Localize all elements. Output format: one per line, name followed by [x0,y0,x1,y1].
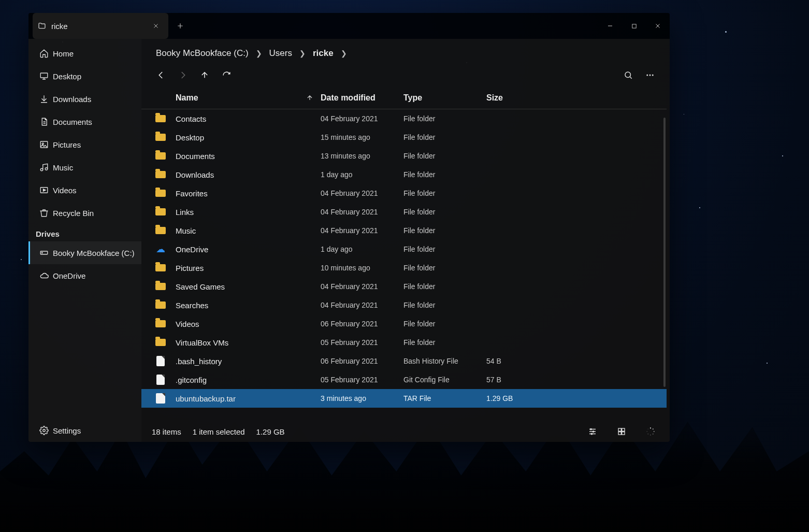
file-name: OneDrive [176,245,321,254]
view-options-button[interactable] [584,424,601,439]
folder-icon [155,225,166,236]
svg-point-14 [590,428,591,429]
sort-ascending-icon [306,94,313,102]
svg-rect-1 [40,73,48,78]
file-row[interactable]: Downloads 1 day ago File folder [141,165,667,184]
file-name: Documents [176,152,321,161]
file-row[interactable]: Music 04 February 2021 File folder [141,221,667,240]
breadcrumb-segment[interactable]: ricke [311,47,336,60]
sidebar-drive-booky-mcbookface-c-[interactable]: Booky McBookface (C:) [28,241,141,264]
file-row[interactable]: Links 04 February 2021 File folder [141,203,667,221]
file-date: 04 February 2021 [321,114,403,123]
file-date: 06 February 2021 [321,320,403,328]
file-date: 06 February 2021 [321,357,403,365]
breadcrumb-segment[interactable]: Users [267,47,294,60]
svg-rect-20 [622,432,625,435]
file-row[interactable]: VirtualBox VMs 05 February 2021 File fol… [141,333,667,352]
svg-point-12 [649,75,651,76]
file-row[interactable]: .gitconfig 05 February 2021 Git Config F… [141,370,667,389]
home-icon [39,49,53,58]
more-options-button[interactable] [641,66,659,84]
download-icon [39,94,53,104]
svg-point-27 [647,431,648,432]
file-date: 3 minutes ago [321,394,403,402]
file-icon [155,393,166,404]
file-list: Name Date modified Type Size Contacts 04… [141,87,667,421]
svg-point-8 [42,252,43,253]
sidebar-item-videos[interactable]: Videos [28,179,141,202]
nav-forward-button[interactable] [174,66,192,84]
sidebar-item-documents[interactable]: Documents [28,110,141,133]
search-button[interactable] [619,66,638,84]
sidebar-item-downloads[interactable]: Downloads [28,88,141,110]
sidebar-item-desktop[interactable]: Desktop [28,65,141,88]
file-icon [155,374,166,385]
folder-icon [155,318,166,329]
sidebar-item-label: Desktop [53,72,81,81]
sidebar-item-music[interactable]: Music [28,156,141,179]
file-name: VirtualBox VMs [176,338,321,347]
svg-point-28 [647,428,648,429]
new-tab-button[interactable] [168,13,192,39]
column-header-size[interactable]: Size [486,93,667,103]
svg-point-5 [45,168,48,170]
file-type: File folder [403,170,486,179]
nav-back-button[interactable] [152,66,170,84]
column-header-type[interactable]: Type [403,93,486,103]
file-row[interactable]: Videos 06 February 2021 File folder [141,314,667,333]
activity-spinner-icon [642,424,659,439]
nav-up-button[interactable] [195,66,214,84]
folder-icon [155,169,166,180]
svg-point-15 [593,431,594,432]
file-name: ubuntubackup.tar [176,394,321,403]
svg-rect-18 [622,428,625,431]
file-date: 04 February 2021 [321,282,403,291]
svg-point-23 [654,431,655,432]
sidebar-item-pictures[interactable]: Pictures [28,133,141,156]
sidebar-item-settings[interactable]: Settings [28,419,141,442]
file-date: 05 February 2021 [321,376,403,384]
file-type: File folder [403,114,486,123]
sidebar-item-label: Booky McBookface (C:) [53,249,135,257]
sidebar-item-label: OneDrive [53,271,85,280]
scrollbar[interactable] [663,118,666,387]
breadcrumb-segment[interactable]: Booky McBookface (C:) [154,47,251,60]
file-row[interactable]: Favorites 04 February 2021 File folder [141,184,667,203]
svg-rect-17 [618,428,621,431]
nav-refresh-button[interactable] [217,66,236,84]
status-selected-count: 1 item selected [193,427,245,436]
sidebar-item-home[interactable]: Home [28,42,141,65]
sidebar-drive-onedrive[interactable]: OneDrive [28,264,141,287]
file-row[interactable]: ☁ OneDrive 1 day ago File folder [141,240,667,258]
window-tab[interactable]: ricke [33,13,168,39]
layout-grid-button[interactable] [613,424,630,439]
file-type: File folder [403,301,486,309]
file-row[interactable]: ubuntubackup.tar 3 minutes ago TAR File … [141,389,667,408]
column-header-name[interactable]: Name [176,93,321,103]
file-row[interactable]: Contacts 04 February 2021 File folder [141,109,667,128]
file-row[interactable]: Documents 13 minutes ago File folder [141,147,667,165]
column-header-date[interactable]: Date modified [321,93,403,103]
folder-icon [38,22,46,30]
file-type: File folder [403,338,486,347]
file-row[interactable]: Saved Games 04 February 2021 File folder [141,277,667,296]
window-minimize-button[interactable] [598,13,622,39]
folder-icon [155,132,166,143]
file-name: Downloads [176,170,321,179]
desktop-icon [39,71,53,81]
chevron-right-icon: ❯ [338,49,350,57]
sidebar-item-recycle-bin[interactable]: Recycle Bin [28,202,141,224]
file-row[interactable]: Searches 04 February 2021 File folder [141,296,667,314]
file-row[interactable]: Pictures 10 minutes ago File folder [141,258,667,277]
file-row[interactable]: Desktop 15 minutes ago File folder [141,128,667,147]
tab-close-button[interactable] [149,19,163,33]
file-date: 1 day ago [321,170,403,179]
file-row[interactable]: .bash_history 06 February 2021 Bash Hist… [141,352,667,370]
sidebar-item-label: Recycle Bin [53,209,94,218]
file-rows[interactable]: Contacts 04 February 2021 File folder De… [141,109,667,421]
window-maximize-button[interactable] [622,13,646,39]
window-close-button[interactable] [646,13,670,39]
folder-icon [155,206,166,218]
gear-icon [39,426,53,435]
sidebar: Home Desktop Downloads Documents Picture… [28,39,141,442]
